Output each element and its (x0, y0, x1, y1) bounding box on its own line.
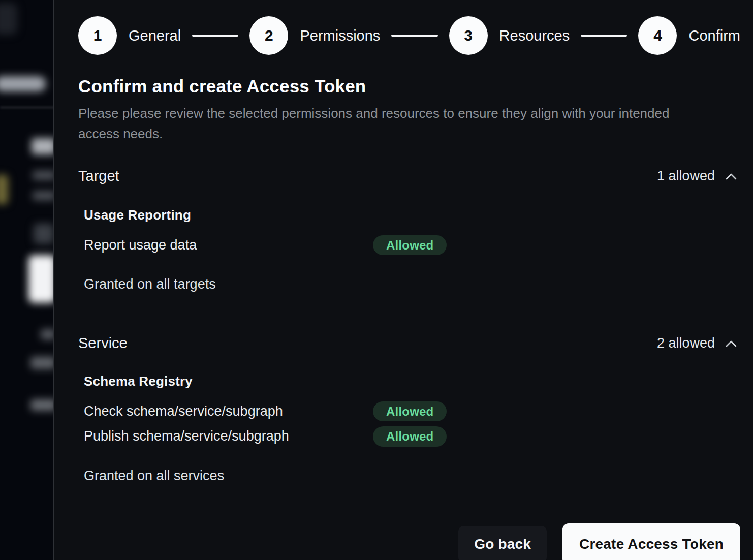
page-title: Confirm and create Access Token (78, 76, 740, 97)
blurred-text (33, 191, 54, 200)
granted-note: Granted on all services (78, 468, 740, 484)
section-header-service: Service 2 allowed (78, 335, 740, 352)
step-label: General (129, 27, 181, 44)
service-collapse-toggle[interactable]: 2 allowed (657, 335, 740, 351)
step-number-circle: 2 (249, 16, 288, 55)
stepper-connector (192, 35, 238, 37)
step-number-circle: 4 (638, 16, 677, 55)
blurred-heading-text (32, 138, 54, 154)
blurred-text (41, 329, 54, 339)
permission-name: Check schema/service/subgraph (84, 403, 373, 419)
step-label: Resources (499, 27, 570, 44)
create-access-token-button[interactable]: Create Access Token (562, 523, 740, 560)
blurred-divider (0, 107, 54, 108)
stepper-connector (391, 35, 437, 37)
go-back-button[interactable]: Go back (458, 526, 547, 560)
allowed-count: 1 allowed (657, 168, 715, 184)
modal-footer: Go back Create Access Token (78, 507, 740, 560)
target-collapse-toggle[interactable]: 1 allowed (657, 168, 740, 184)
target-permissions-group: Usage Reporting Report usage data Allowe… (78, 207, 740, 255)
status-badge: Allowed (373, 426, 447, 446)
permission-row: Publish schema/service/subgraph Allowed (84, 426, 740, 446)
blurred-white-card (28, 255, 54, 303)
granted-note: Granted on all targets (78, 276, 740, 292)
wizard-stepper: 1 General 2 Permissions 3 Resources 4 Co… (78, 16, 740, 55)
step-confirm[interactable]: 4 Confirm (638, 16, 740, 55)
blurred-icon-tile (34, 224, 54, 244)
step-resources[interactable]: 3 Resources (449, 16, 570, 55)
blurred-accent-shape (0, 175, 8, 204)
permission-name: Publish schema/service/subgraph (84, 428, 373, 444)
section-title: Service (78, 335, 128, 352)
allowed-count: 2 allowed (657, 335, 715, 351)
background-app-blurred (0, 0, 54, 560)
chevron-up-icon (725, 339, 737, 348)
permission-row: Check schema/service/subgraph Allowed (84, 401, 740, 421)
permission-row: Report usage data Allowed (84, 235, 740, 255)
permission-group-title: Schema Registry (84, 374, 740, 389)
status-badge: Allowed (373, 235, 447, 255)
section-title: Target (78, 168, 119, 184)
status-badge: Allowed (373, 401, 447, 421)
blurred-text (30, 399, 54, 411)
service-permissions-group: Schema Registry Check schema/service/sub… (78, 374, 740, 446)
permission-name: Report usage data (84, 237, 373, 253)
step-label: Confirm (688, 27, 740, 44)
chevron-up-icon (725, 172, 737, 180)
step-label: Permissions (300, 27, 380, 44)
step-general[interactable]: 1 General (78, 16, 181, 55)
section-header-target: Target 1 allowed (78, 168, 740, 184)
blurred-text (30, 357, 54, 369)
page-description: Please please review the selected permis… (78, 103, 708, 144)
step-number-circle: 3 (449, 16, 488, 55)
permission-group-title: Usage Reporting (84, 207, 740, 223)
blurred-logo-tile (0, 3, 17, 35)
step-number-circle: 1 (78, 16, 117, 55)
stepper-connector (581, 35, 627, 37)
blurred-text (33, 171, 54, 180)
create-access-token-modal: 1 General 2 Permissions 3 Resources 4 Co… (53, 0, 753, 560)
blurred-nav-text (0, 76, 46, 91)
step-permissions[interactable]: 2 Permissions (249, 16, 380, 55)
